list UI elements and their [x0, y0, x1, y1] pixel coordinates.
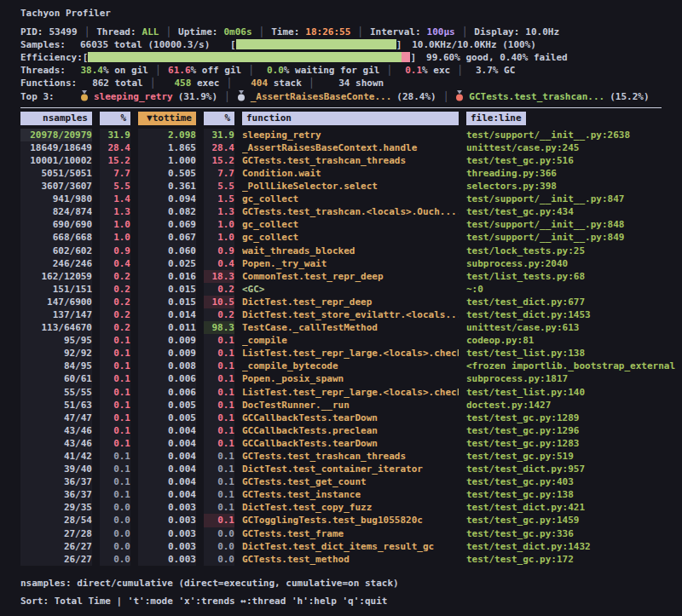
table-row: 137/1470.20.0140.2DictTest.test_store_ev…: [20, 308, 682, 321]
status-value: 18:26:55: [305, 26, 350, 37]
table-row: 824/8741.30.0821.3GCTests.test_trashcan.…: [20, 205, 682, 218]
table-row: 18649/1864928.41.86528.4_AssertRaisesBas…: [20, 141, 682, 154]
file-line-cell: subprocess.py:1817: [466, 372, 679, 385]
direct-percent-cell: 0.0: [100, 514, 130, 527]
column-header-ns[interactable]: nsamples: [20, 112, 92, 125]
tottime-cell: 0.004: [138, 463, 196, 475]
tottime-cell: 0.505: [138, 167, 196, 180]
cumulative-percent-cell: 98.3: [204, 321, 234, 334]
efficiency-text: 99.60% good, 0.40% failed: [426, 52, 568, 63]
direct-percent-cell: 0.1: [100, 372, 130, 385]
nsamples-cell: 51/63: [20, 399, 92, 412]
nsamples-cell: 28/54: [20, 514, 92, 527]
cumulative-percent-cell: 0.1: [204, 347, 234, 360]
separator: │: [150, 78, 156, 89]
cumulative-percent-cell: 0.4: [204, 257, 234, 270]
table-row: 36/370.10.0040.1GCTests.test_instancetes…: [20, 488, 682, 501]
function-name-cell: GCTests.test_get_count: [242, 475, 459, 488]
nsamples-cell: 55/55: [20, 386, 92, 399]
table-row: 95/950.10.0090.1_compilecodeop.py:81: [20, 334, 682, 347]
table-row: 151/1510.20.0150.2<GC>~:0: [20, 283, 682, 296]
nsamples-cell: 36/37: [20, 475, 92, 488]
cumulative-percent-cell: 1.0: [204, 218, 234, 231]
nsamples-cell: 602/602: [20, 245, 92, 257]
nsamples-cell: 27/28: [20, 527, 92, 540]
function-name-cell: DictTest.test_container_iterator: [242, 463, 459, 475]
nsamples-cell: 137/147: [20, 308, 92, 321]
nsamples-cell: 43/46: [20, 437, 92, 450]
efficiency-row: Efficiency:[]99.60% good, 0.40% failed: [20, 51, 682, 64]
separator: │: [443, 91, 449, 102]
tottime-cell: 0.015: [138, 296, 196, 308]
direct-percent-cell: 0.0: [100, 540, 130, 553]
samples-total: 66035 total (10000.3/s): [80, 38, 230, 51]
bronze-medal-icon: [455, 90, 464, 105]
divider: [20, 107, 662, 108]
tottime-cell: 0.069: [138, 218, 196, 231]
function-name-cell: ListTest.test_repr_large.<locals>.check: [242, 386, 459, 399]
cumulative-percent-cell: 0.0: [204, 540, 234, 553]
function-name-cell: GCCallbackTests.preclean: [242, 424, 459, 437]
cumulative-percent-cell: 0.9: [204, 245, 234, 257]
column-header-tt[interactable]: ▼tottime: [138, 112, 196, 125]
tottime-cell: 1.865: [138, 141, 196, 154]
file-line-cell: test/list_tests.py:68: [466, 270, 679, 283]
column-header-p1[interactable]: %: [100, 112, 130, 125]
nsamples-cell: 162/12059: [20, 270, 92, 283]
file-line-cell: test/test_gc.py:516: [466, 154, 679, 167]
separator: │: [155, 65, 161, 76]
file-line-cell: threading.py:366: [466, 167, 679, 180]
nsamples-cell: 20978/20979: [20, 129, 92, 141]
cumulative-percent-cell: 0.2: [204, 283, 234, 296]
file-line-cell: test/test_list.py:140: [466, 386, 679, 399]
functions-unit: stack: [268, 78, 302, 89]
direct-percent-cell: 0.4: [100, 257, 130, 270]
status-value: 10.0Hz: [525, 26, 559, 37]
threads-value: 0.1: [399, 64, 422, 77]
cumulative-percent-cell: 0.1: [204, 334, 234, 347]
function-name-cell: Condition.wait: [242, 167, 459, 180]
top3-percentage: (28.4%): [396, 91, 436, 102]
file-line-cell: doctest.py:1427: [466, 399, 679, 412]
cumulative-percent-cell: 0.1: [204, 488, 234, 501]
threads-value: 3.7: [470, 64, 493, 77]
function-name-cell: ListTest.test_repr_large.<locals>.check: [242, 347, 459, 360]
status-label-thread: Thread:: [96, 26, 136, 37]
function-name-cell: TestCase._callTestMethod: [242, 321, 459, 334]
cumulative-percent-cell: 1.3: [204, 205, 234, 218]
cumulative-percent-cell: 0.2: [204, 308, 234, 321]
tottime-cell: 0.008: [138, 360, 196, 372]
functions-value: 34: [321, 77, 350, 89]
table-row: 668/6681.00.0671.0gc_collecttest/support…: [20, 231, 682, 244]
direct-percent-cell: 0.1: [100, 488, 130, 501]
table-row: 28/540.00.0030.1GCTogglingTests.test_bug…: [20, 514, 682, 527]
column-header-p2[interactable]: %: [204, 112, 234, 125]
direct-percent-cell: 15.2: [100, 154, 130, 167]
nsamples-cell: 3607/3607: [20, 180, 92, 193]
tottime-cell: 0.016: [138, 270, 196, 283]
column-header-fn[interactable]: function: [242, 112, 459, 125]
nsamples-cell: 5051/5051: [20, 167, 92, 180]
column-header-fl[interactable]: file:line: [466, 112, 679, 125]
app-title: Tachyon Profiler: [20, 7, 682, 20]
tottime-cell: 0.005: [138, 412, 196, 424]
table-row: 3607/36075.50.3615.5_PollLikeSelector.se…: [20, 180, 682, 193]
table-row: 113/646700.20.01198.3TestCase._callTestM…: [20, 321, 682, 334]
function-name-cell: GCTests.test_method: [242, 553, 459, 566]
table-row: 51/630.10.0050.1DocTestRunner.__rundocte…: [20, 399, 682, 412]
table-row: 10001/1000215.21.00015.2GCTests.test_tra…: [20, 154, 682, 167]
file-line-cell: test/test_gc.py:434: [466, 205, 679, 218]
table-row: 5051/50517.70.5057.7Condition.waitthread…: [20, 167, 682, 180]
table-row: 941/9801.40.0941.5gc_collecttest/support…: [20, 193, 682, 205]
nsamples-cell: 84/95: [20, 360, 92, 372]
function-name-cell: Popen._try_wait: [242, 257, 459, 270]
table-row: 26/270.00.0030.0GCTests.test_methodtest/…: [20, 553, 682, 566]
tottime-cell: 0.025: [138, 257, 196, 270]
file-line-cell: test/test_gc.py:1283: [466, 437, 679, 450]
separator: │: [357, 26, 363, 37]
separator: │: [84, 26, 90, 37]
status-value: 0m06s: [223, 26, 251, 37]
direct-percent-cell: 0.1: [100, 412, 130, 424]
function-name-cell: GCCallbackTests.tearDown: [242, 437, 459, 450]
function-name-cell: _compile_bytecode: [242, 360, 459, 372]
